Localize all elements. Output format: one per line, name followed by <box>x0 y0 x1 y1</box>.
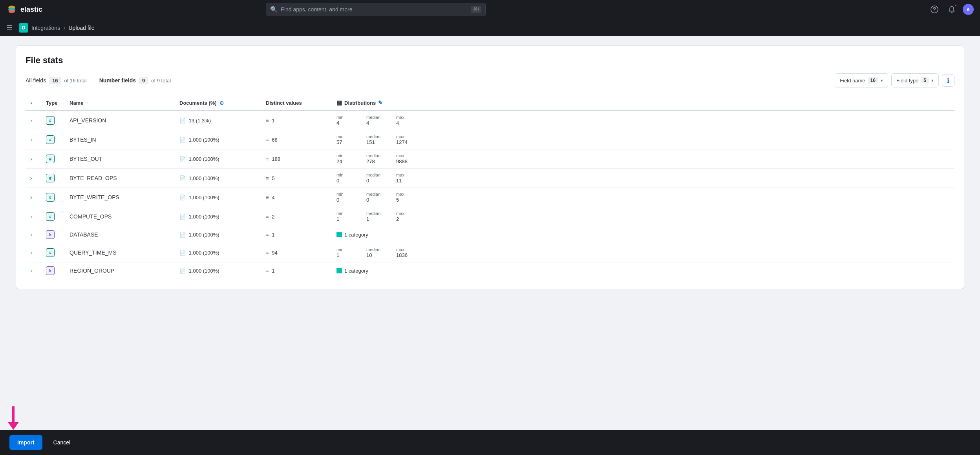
search-placeholder: Find apps, content, and more. <box>281 6 354 13</box>
field-name: REGION_GROUP <box>69 268 114 274</box>
row-expand-icon[interactable]: › <box>30 156 32 162</box>
field-type-chevron-icon: ▾ <box>931 78 934 83</box>
documents-cell: 📄 1,000 (100%) <box>175 226 261 243</box>
documents-value: 1,000 (100%) <box>189 214 219 220</box>
breadcrumb-app-icon: D <box>19 23 28 33</box>
distinct-icon: ≡ <box>266 175 269 181</box>
row-expand-icon[interactable]: › <box>30 213 32 220</box>
row-expand-icon[interactable]: › <box>30 231 32 238</box>
distributions-cell: min 4 median 4 max 4 <box>332 111 954 130</box>
distribution-cell: min 4 median 4 max 4 <box>336 115 950 126</box>
distribution-cell: min 24 median 278 max 9888 <box>336 153 950 164</box>
documents-value: 1,000 (100%) <box>189 250 219 256</box>
dist-median-value: 151 <box>366 139 390 145</box>
import-button[interactable]: Import <box>9 435 42 450</box>
expand-all-icon[interactable]: › <box>30 100 32 106</box>
name-sort-icon[interactable]: ↑ <box>86 101 88 106</box>
row-expand-icon[interactable]: › <box>30 268 32 274</box>
dist-median-group: median 278 <box>366 153 390 164</box>
field-name: API_VERSION <box>69 117 106 124</box>
dist-median-value: 0 <box>366 178 390 184</box>
dist-min-group: min 1 <box>336 211 360 222</box>
dist-min-group: min 4 <box>336 115 360 126</box>
arrow-stem <box>12 406 15 422</box>
distinct-icon: ≡ <box>266 118 269 124</box>
dist-max-label: max <box>396 247 420 252</box>
field-name-dropdown[interactable]: Field name 16 ▾ <box>835 73 888 87</box>
field-name-label: Field name <box>840 78 865 84</box>
app-logo[interactable]: elastic <box>6 4 42 15</box>
row-expand-icon[interactable]: › <box>30 249 32 256</box>
help-icon[interactable] <box>928 3 941 16</box>
type-cell: # <box>41 111 65 130</box>
dist-median-value: 0 <box>366 197 390 203</box>
dist-max-group: max 11 <box>396 173 420 184</box>
field-name: QUERY_TIME_MS <box>69 249 117 256</box>
breadcrumb-upload-file: Upload file <box>69 25 95 31</box>
menu-toggle-icon[interactable]: ☰ <box>6 24 13 32</box>
distributions-header: ▦ Distributions ✎ <box>332 95 954 111</box>
type-cell: # <box>41 207 65 226</box>
field-name: COMPUTE_OPS <box>69 213 112 220</box>
info-button[interactable]: ℹ <box>942 74 954 87</box>
distinct-icon: ≡ <box>266 137 269 143</box>
field-name-count: 16 <box>868 77 878 84</box>
name-cell: BYTES_IN <box>65 130 175 149</box>
row-expand-icon[interactable]: › <box>30 175 32 181</box>
dist-max-label: max <box>396 153 420 158</box>
notifications-icon[interactable] <box>945 3 958 16</box>
dist-median-group: median 151 <box>366 134 390 145</box>
documents-cell: 📄 13 (1.3%) <box>175 111 261 130</box>
dist-max-label: max <box>396 211 420 216</box>
document-icon: 📄 <box>179 214 186 220</box>
dist-min-value: 24 <box>336 158 360 164</box>
distributions-cell: 1 category <box>332 226 954 243</box>
category-bar-rect <box>336 268 342 273</box>
dist-min-value: 1 <box>336 252 360 258</box>
type-header: Type <box>41 95 65 111</box>
distinct-value: 68 <box>272 137 277 143</box>
distinct-icon: ≡ <box>266 195 269 200</box>
documents-value: 1,000 (100%) <box>189 268 219 274</box>
documents-cell: 📄 1,000 (100%) <box>175 188 261 207</box>
dist-median-group: median 0 <box>366 192 390 203</box>
svg-point-6 <box>934 11 935 11</box>
name-cell: DATABASE <box>65 226 175 243</box>
distinct-icon: ≡ <box>266 156 269 162</box>
documents-value: 13 (1.3%) <box>189 118 211 124</box>
row-expand-icon[interactable]: › <box>30 117 32 124</box>
breadcrumb-integrations[interactable]: Integrations <box>31 25 60 31</box>
user-avatar[interactable]: e <box>963 4 974 15</box>
distributions-cell: 1 category <box>332 262 954 279</box>
field-name: BYTES_IN <box>69 136 96 143</box>
documents-cell: 📄 1,000 (100%) <box>175 243 261 262</box>
dist-median-value: 278 <box>366 158 390 164</box>
field-type-dropdown[interactable]: Field type 5 ▾ <box>891 73 939 87</box>
dist-median-value: 10 <box>366 252 390 258</box>
document-icon: 📄 <box>179 118 186 124</box>
expand-header: › <box>26 95 41 111</box>
distinct-value: 1 <box>272 232 274 238</box>
cancel-button[interactable]: Cancel <box>49 435 75 450</box>
expand-cell: › <box>26 207 41 226</box>
distinct-cell: ≡ 5 <box>261 169 332 188</box>
edit-distributions-icon[interactable]: ✎ <box>378 100 383 106</box>
name-cell: BYTES_OUT <box>65 149 175 169</box>
type-badge: # <box>46 116 55 125</box>
notification-dot <box>954 4 957 7</box>
expand-cell: › <box>26 130 41 149</box>
documents-info-icon[interactable]: ⊙ <box>219 100 224 106</box>
table-row: › # BYTE_WRITE_OPS 📄 1,000 (100%) ≡ 4 mi… <box>26 188 954 207</box>
name-cell: BYTE_WRITE_OPS <box>65 188 175 207</box>
documents-header: Documents (%) ⊙ <box>175 95 261 111</box>
category-bar-rect <box>336 232 342 237</box>
type-cell: k <box>41 226 65 243</box>
global-search[interactable]: 🔍 Find apps, content, and more. ⌘/ <box>266 3 486 16</box>
expand-cell: › <box>26 262 41 279</box>
dist-max-group: max 5 <box>396 192 420 203</box>
row-expand-icon[interactable]: › <box>30 136 32 143</box>
field-type-count: 5 <box>921 77 929 84</box>
row-expand-icon[interactable]: › <box>30 194 32 200</box>
main-content: File stats All fields 16 of 16 total Num… <box>0 36 980 430</box>
dist-max-value: 1836 <box>396 252 420 258</box>
